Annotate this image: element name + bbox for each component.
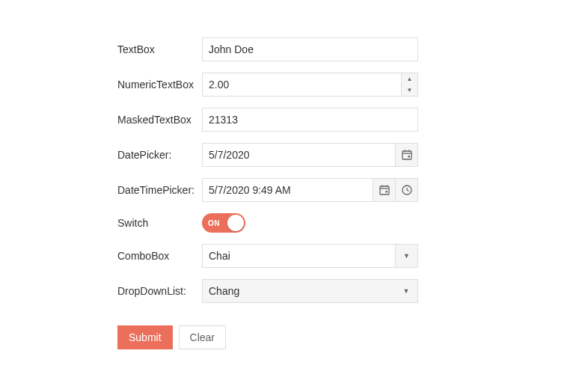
combobox-wrap: ▼ [202,244,418,268]
datepicker-control [202,143,418,167]
row-combobox: ComboBox ▼ [117,244,449,268]
row-numeric: NumericTextBox ▲ ▼ [117,73,449,97]
datetimepicker-label: DateTimePicker: [117,184,202,196]
row-masked: MaskedTextBox [117,108,449,132]
clear-button[interactable]: Clear [179,325,226,349]
datetimepicker-input[interactable] [203,179,373,201]
textbox-label: TextBox [117,43,202,55]
switch-state-text: ON [202,219,220,227]
spinner-down-icon[interactable]: ▼ [402,85,417,96]
dropdownlist-wrap[interactable]: Chang ▼ [202,279,418,303]
dropdownlist-control: Chang ▼ [202,279,418,303]
datetimepicker-wrap [202,178,418,202]
combobox-control: ▼ [202,244,418,268]
datepicker-label: DatePicker: [117,149,202,161]
masked-label: MaskedTextBox [117,114,202,126]
numeric-wrap: ▲ ▼ [202,73,418,97]
numeric-label: NumericTextBox [117,79,202,91]
calendar-icon[interactable] [373,179,395,201]
datepicker-input[interactable] [203,144,395,166]
datepicker-wrap [202,143,418,167]
svg-rect-5 [380,186,389,195]
button-row: Submit Clear [117,325,449,349]
chevron-down-icon: ▼ [395,287,417,295]
row-datepicker: DatePicker: [117,143,449,167]
clock-icon[interactable] [395,179,417,201]
numeric-input[interactable] [203,73,401,96]
switch-toggle[interactable]: ON [202,213,245,233]
switch-control: ON [202,213,418,233]
switch-thumb [227,215,244,231]
textbox-input[interactable] [202,37,418,61]
datetimepicker-control [202,178,418,202]
dropdownlist-label: DropDownList: [117,285,202,297]
chevron-down-icon[interactable]: ▼ [395,245,417,267]
svg-rect-9 [385,191,387,193]
svg-rect-0 [402,151,411,159]
textbox-control [202,37,418,61]
spinner-up-icon[interactable]: ▲ [402,73,417,85]
switch-label: Switch [117,217,202,229]
row-textbox: TextBox [117,37,449,61]
calendar-icon[interactable] [395,144,417,166]
combobox-label: ComboBox [117,250,202,262]
row-datetimepicker: DateTimePicker: [117,178,449,202]
combobox-input[interactable] [203,245,395,267]
numeric-spinner: ▲ ▼ [401,73,417,96]
svg-rect-4 [408,156,410,158]
svg-line-12 [407,190,409,192]
dropdownlist-value: Chang [203,282,395,300]
masked-input[interactable] [202,108,418,132]
form: TextBox NumericTextBox ▲ ▼ MaskedTextBox… [0,0,449,349]
row-dropdownlist: DropDownList: Chang ▼ [117,279,449,303]
numeric-control: ▲ ▼ [202,73,418,97]
row-switch: Switch ON [117,213,449,233]
submit-button[interactable]: Submit [117,325,173,349]
masked-control [202,108,418,132]
